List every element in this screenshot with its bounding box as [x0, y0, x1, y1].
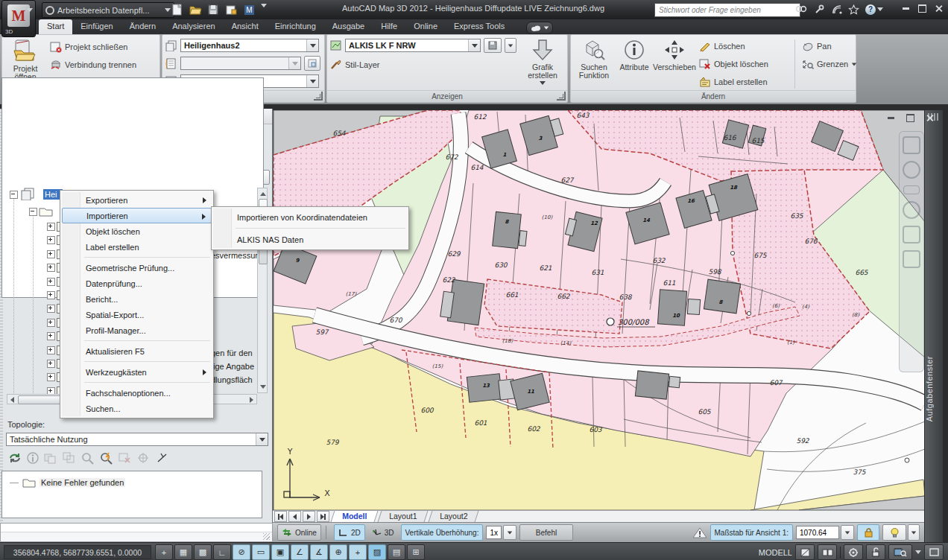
first-tab-button[interactable] — [274, 511, 287, 522]
view-scale-caret[interactable] — [841, 525, 854, 540]
communication-center-icon[interactable] — [829, 2, 845, 16]
ribbon-tab-start[interactable]: Start — [39, 19, 72, 34]
lighting-caret[interactable] — [908, 524, 920, 541]
quick-view-layouts-icon[interactable] — [818, 544, 837, 560]
dyn-input-toggle[interactable]: ⊕ — [329, 544, 347, 560]
coordinates-readout[interactable]: 356804.4768, 5687739.6551, 0.0000 — [4, 545, 151, 559]
delete-gray-icon[interactable] — [118, 451, 133, 465]
tree-folder-expander[interactable] — [29, 208, 37, 216]
info-gray-icon[interactable] — [26, 451, 40, 465]
osnap3d-toggle[interactable]: ▣ — [271, 544, 289, 560]
application-menu-button[interactable]: M 3D — [1, 0, 36, 37]
no-errors-item[interactable]: Keine Fehler gefunden — [10, 477, 125, 488]
error-list-box[interactable]: Keine Fehler gefunden — [1, 471, 262, 518]
context-menu-item-fachschalenoptionen[interactable]: Fachschalenoptionen... — [62, 385, 212, 401]
search-feature-button[interactable]: Suchen Funktion — [574, 37, 614, 91]
settings-gear-icon[interactable] — [844, 544, 863, 560]
context-menu-item-datenprüfung[interactable]: Datenprüfung... — [62, 276, 212, 291]
context-menu-item-werkzeugkästen[interactable]: Werkzeugkästen — [62, 364, 212, 380]
layout-icon[interactable] — [795, 544, 815, 560]
tree-root-expander[interactable] — [10, 191, 18, 199]
ribbon-tab-online[interactable]: Online — [405, 19, 446, 34]
target-gray-icon[interactable] — [136, 451, 151, 465]
context-menu-item-exportieren[interactable]: Exportieren — [62, 192, 212, 208]
tree-node-expander[interactable] — [47, 291, 55, 299]
viewport-minimize-button[interactable] — [884, 112, 897, 124]
style-dropdown[interactable]: ALKIS LK F NRW — [345, 39, 481, 52]
tree-node-expander[interactable] — [47, 264, 55, 272]
view-scale-value[interactable]: 1070.64 — [796, 526, 839, 539]
datasource-dialog-launcher[interactable] — [314, 92, 323, 101]
workspace-dropdown[interactable]: Arbeitsbereich Datenpfl... — [42, 2, 174, 18]
resize-grip-icon[interactable] — [263, 533, 270, 540]
context-menu-item-bericht[interactable]: Bericht... — [62, 291, 212, 307]
tree-node-expander[interactable] — [47, 223, 55, 231]
tree-node-expander[interactable] — [47, 236, 55, 244]
layout-tab-modell[interactable]: Modell — [330, 510, 379, 523]
3d-mode-toggle[interactable]: 3D — [368, 525, 398, 540]
limits-button[interactable]: Grenzen — [802, 57, 857, 71]
favorites-star-icon[interactable] — [845, 2, 862, 16]
quickprops-toggle[interactable]: ▤ — [388, 544, 405, 560]
layout-tab-layout2[interactable]: Layout2 — [428, 510, 479, 523]
ribbon-tab-ansicht[interactable]: Ansicht — [224, 19, 267, 34]
hardware-acceleration-icon[interactable] — [888, 544, 912, 560]
context-menu-item-spatial-export[interactable]: Spatial-Export... — [62, 307, 212, 322]
tree-node-expander[interactable] — [47, 319, 55, 327]
refresh-icon[interactable] — [7, 451, 22, 465]
context-menu-item-geometrische-prüfung[interactable]: Geometrische Prüfung... — [62, 260, 212, 276]
search-icon[interactable] — [793, 2, 809, 16]
ribbon-tab-hilfe[interactable]: Hilfe — [373, 19, 405, 34]
tree-node-expander[interactable] — [47, 305, 55, 313]
status-menu-caret-icon[interactable] — [915, 550, 921, 554]
display-dialog-launcher[interactable] — [557, 92, 566, 101]
snap-toggle[interactable]: + — [155, 544, 173, 560]
ribbon-tab-ausgabe[interactable]: Ausgabe — [324, 19, 373, 34]
context-menu-item-suchen[interactable]: Suchen... — [62, 401, 212, 416]
layout-tab-layout1[interactable]: Layout1 — [377, 510, 429, 523]
disconnect-button[interactable]: Verbindung trennen — [50, 57, 136, 72]
minimize-button[interactable] — [899, 3, 912, 14]
tree-node-expander[interactable] — [47, 332, 55, 340]
context-menu-item-importieren[interactable]: Importieren — [62, 208, 212, 223]
clean-screen-button[interactable] — [924, 544, 944, 560]
style-layer-button[interactable]: Stil-Layer — [330, 57, 379, 72]
vertical-exaggeration-value[interactable]: 1x — [486, 526, 502, 539]
online-toggle[interactable]: Online — [277, 524, 321, 541]
attributes-button[interactable]: Attribute — [614, 37, 654, 91]
ribbon-tab-express-tools[interactable]: Express Tools — [446, 19, 513, 34]
steering-wheel-icon[interactable] — [903, 161, 920, 179]
osnap-toggle[interactable]: ▭ — [252, 544, 270, 560]
navigation-bar[interactable] — [899, 131, 924, 372]
orbit-tool-icon[interactable] — [903, 226, 920, 244]
tree-node-expander[interactable] — [47, 278, 55, 286]
context-menu-item-aktualisieren-f5[interactable]: Aktualisieren F5 — [62, 343, 212, 359]
grid-toggle[interactable]: ▩ — [194, 544, 212, 560]
otrack-toggle[interactable]: ∠ — [291, 544, 309, 560]
delete-button[interactable]: Löschen — [699, 39, 745, 54]
save-style-button[interactable] — [484, 38, 502, 53]
submenu-item-alkis-nas-daten[interactable]: ALKIS NAS Daten — [213, 231, 407, 248]
tree-node-expander[interactable] — [47, 250, 55, 258]
zoom-gray-icon[interactable] — [80, 451, 95, 465]
new-file-button[interactable] — [170, 3, 185, 16]
ribbon-tab-analysieren[interactable]: Analysieren — [164, 19, 223, 34]
polar-toggle[interactable]: ⊘ — [233, 544, 250, 560]
unlock-icon[interactable] — [866, 544, 885, 560]
help-button[interactable]: ? — [863, 2, 885, 16]
task-panel-collapsed[interactable]: Aufgabenfenster — [924, 110, 943, 542]
open-file-button[interactable] — [188, 3, 203, 16]
vertical-exaggeration-caret[interactable] — [503, 525, 516, 540]
showmotion-icon[interactable] — [903, 250, 920, 268]
pan-tool-icon[interactable] — [903, 185, 920, 194]
viewcube-icon[interactable] — [903, 136, 920, 154]
grid-dots-toggle[interactable]: ▦ — [174, 544, 192, 560]
map-viewport[interactable]: 300/008 Y X 6546126436166156726146276356… — [273, 110, 924, 510]
topology-dropdown[interactable]: Tatsächliche Nutzung — [6, 433, 268, 446]
command-button[interactable]: Befehl — [519, 524, 573, 541]
overlap-cubes-icon[interactable] — [43, 451, 58, 465]
ribbon-tab-einrichtung[interactable]: Einrichtung — [267, 19, 324, 34]
save-button[interactable] — [206, 3, 221, 16]
transparency-toggle[interactable]: ▨ — [368, 544, 386, 560]
ortho-toggle[interactable]: ∟ — [213, 544, 231, 560]
